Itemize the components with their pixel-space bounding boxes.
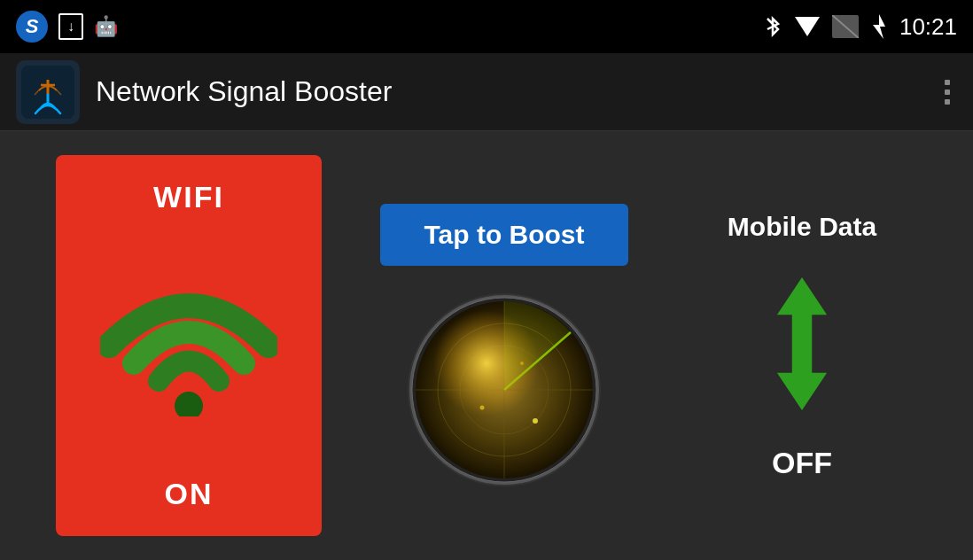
svg-marker-0 [795,17,820,36]
status-right-icons: 10:21 [763,13,957,41]
svg-marker-22 [777,344,827,410]
status-time: 10:21 [899,13,957,41]
download-icon: ↓ [58,13,83,40]
app-title: Network Signal Booster [96,75,938,108]
mobile-data-arrows [749,277,855,410]
wifi-icon [100,275,277,416]
tap-to-boost-button[interactable]: Tap to Boost [380,204,628,266]
wifi-signal-icon [795,17,820,36]
mobile-data-status: OFF [772,446,832,480]
status-left-icons: S ↓ 🤖 [16,11,118,43]
wifi-panel[interactable]: WIFI ON [56,155,322,536]
mobile-data-panel: Mobile Data OFF [687,212,917,480]
arrows-icon [749,277,855,410]
app-header: Network Signal Booster [0,53,973,131]
main-content: WIFI ON Tap to Boost [0,131,973,560]
center-column: Tap to Boost [380,204,628,487]
menu-dot-3 [945,99,950,105]
svg-marker-3 [873,14,885,39]
app-icon [16,60,80,124]
bluetooth-icon [763,14,782,39]
svg-point-18 [533,418,538,424]
robot-icon: 🤖 [94,15,118,38]
wifi-icon-container [100,214,277,477]
svg-marker-21 [777,277,827,344]
radar-display [407,292,602,487]
more-menu-button[interactable] [938,73,957,112]
no-signal-icon [832,15,859,38]
menu-dot-2 [945,89,950,95]
battery-icon [871,14,887,39]
mobile-data-label: Mobile Data [728,212,876,242]
status-bar: S ↓ 🤖 10:21 [0,0,973,53]
svg-point-19 [480,406,485,410]
wifi-status: ON [165,477,214,511]
wifi-label: WIFI [153,180,224,214]
svg-point-20 [520,362,524,365]
menu-dot-1 [945,80,950,85]
s-icon: S [16,11,48,43]
svg-point-7 [175,392,203,416]
radar-icon [407,292,602,487]
